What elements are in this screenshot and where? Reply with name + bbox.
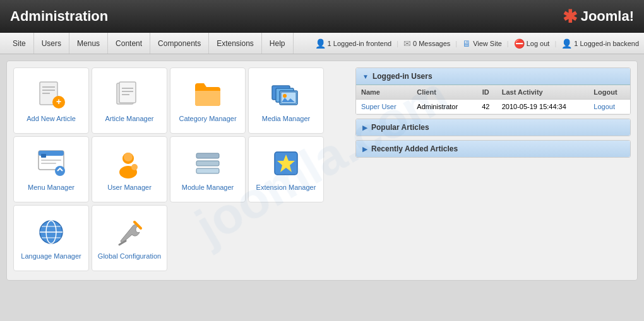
user-manager-button[interactable]: User Manager — [92, 136, 167, 202]
logout-link[interactable]: ⛔ Log out — [514, 38, 550, 49]
admin-title: Administration — [10, 8, 108, 25]
chevron-right-icon2: ▶ — [362, 146, 367, 153]
user-last-activity: 2010-05-19 15:44:34 — [497, 100, 589, 114]
navbar-right: 👤 1 Logged-in frontend | ✉ 0 Messages | … — [315, 38, 639, 49]
language-manager-button[interactable]: Language Manager — [13, 205, 89, 271]
col-last-activity: Last Activity — [497, 85, 589, 100]
category-manager-label: Category Manager — [179, 115, 236, 122]
logo-text: Joomla! — [581, 8, 634, 25]
recently-added-title: Recently Added Articles — [371, 144, 458, 153]
user-id: 42 — [475, 100, 497, 114]
logged-in-frontend[interactable]: 👤 1 Logged-in frontend — [315, 38, 392, 49]
svg-rect-26 — [196, 153, 219, 158]
menu-manager-icon — [36, 148, 66, 178]
user-frontend-icon: 👤 — [315, 38, 326, 49]
svg-text:+: + — [56, 96, 61, 107]
chevron-right-icon: ▶ — [362, 124, 367, 131]
header: Administration ✱ Joomla! — [0, 0, 644, 33]
user-logout: Logout — [588, 100, 630, 114]
col-name: Name — [356, 85, 412, 100]
category-manager-button[interactable]: Category Manager — [170, 67, 246, 134]
joomla-star-icon: ✱ — [563, 6, 577, 27]
user-name-link[interactable]: Super User — [361, 103, 397, 110]
logged-in-users-header[interactable]: ▼ Logged-in Users — [356, 68, 630, 85]
nav-help[interactable]: Help — [262, 33, 294, 54]
svg-point-25 — [131, 164, 138, 170]
media-manager-label: Media Manager — [262, 115, 310, 122]
media-manager-button[interactable]: Media Manager — [248, 67, 324, 134]
media-manager-icon — [271, 79, 301, 110]
logged-in-users-table: Name Client ID Last Activity Logout Supe… — [356, 85, 630, 114]
menu-manager-button[interactable]: Menu Manager — [13, 136, 89, 202]
icon-row-1: + Add New Article — [13, 67, 348, 134]
nav-extensions[interactable]: Extensions — [209, 33, 262, 54]
svg-rect-28 — [196, 168, 219, 173]
menu-manager-label: Menu Manager — [28, 184, 75, 191]
user-client: Administrator — [412, 100, 475, 114]
user-logout-link[interactable]: Logout — [593, 103, 615, 110]
extension-manager-icon — [271, 148, 301, 178]
col-id: ID — [475, 85, 497, 100]
article-manager-icon — [114, 79, 145, 110]
right-panel: ▼ Logged-in Users Name Client ID Last Ac… — [355, 67, 631, 274]
global-config-label: Global Configuration — [98, 252, 161, 260]
messages-link[interactable]: ✉ 0 Messages — [403, 38, 450, 49]
logged-in-frontend-label: 1 Logged-in frontend — [328, 40, 392, 47]
icon-row-2: Menu Manager User Manager — [13, 136, 348, 202]
module-manager-button[interactable]: Module Manager — [170, 136, 246, 202]
user-manager-label: User Manager — [107, 184, 152, 191]
language-manager-icon — [36, 217, 66, 247]
svg-rect-19 — [41, 160, 61, 161]
extension-manager-label: Extension Manager — [256, 184, 316, 191]
nav-site[interactable]: Site — [5, 33, 34, 54]
col-logout: Logout — [588, 85, 630, 100]
navbar: Site Users Menus Content Components Exte… — [0, 33, 644, 54]
user-manager-icon — [114, 148, 145, 178]
recently-added-header[interactable]: ▶ Recently Added Articles — [356, 141, 630, 157]
logged-in-backend[interactable]: 👤 1 Logged-in backend — [561, 38, 639, 49]
recently-added-panel: ▶ Recently Added Articles — [355, 140, 631, 158]
popular-articles-title: Popular Articles — [371, 123, 429, 132]
module-manager-icon — [193, 148, 223, 178]
nav-users[interactable]: Users — [34, 33, 69, 54]
chevron-down-icon: ▼ — [362, 73, 369, 80]
logged-in-backend-label: 1 Logged-in backend — [574, 40, 639, 47]
svg-rect-18 — [41, 154, 46, 158]
add-article-label: Add New Article — [27, 115, 76, 122]
icon-row-3: Language Manager Global Configuration — [13, 205, 348, 271]
nav-components[interactable]: Components — [150, 33, 209, 54]
logged-in-users-title: Logged-in Users — [373, 72, 432, 81]
svg-rect-7 — [119, 82, 136, 103]
article-manager-label: Article Manager — [105, 115, 153, 122]
view-site-icon: 🖥 — [462, 38, 471, 49]
nav-content[interactable]: Content — [108, 33, 150, 54]
global-config-icon — [114, 217, 145, 247]
extension-manager-button[interactable]: Extension Manager — [248, 136, 324, 202]
user-backend-icon: 👤 — [561, 38, 572, 49]
messages-label: 0 Messages — [413, 40, 450, 47]
popular-articles-header[interactable]: ▶ Popular Articles — [356, 119, 630, 136]
content-area: + Add New Article — [6, 61, 638, 281]
category-manager-icon — [193, 79, 223, 110]
language-manager-label: Language Manager — [21, 252, 81, 260]
popular-articles-panel: ▶ Popular Articles — [355, 119, 631, 136]
svg-point-15 — [283, 94, 287, 98]
svg-rect-20 — [41, 163, 56, 164]
table-row: Super User Administrator 42 2010-05-19 1… — [356, 100, 630, 114]
article-manager-button[interactable]: Article Manager — [92, 67, 167, 134]
add-article-icon: + — [36, 79, 66, 110]
svg-point-23 — [124, 153, 133, 161]
view-site-label: View Site — [473, 40, 502, 47]
user-name: Super User — [356, 100, 412, 114]
view-site-link[interactable]: 🖥 View Site — [462, 38, 502, 49]
add-new-article-button[interactable]: + Add New Article — [13, 67, 89, 134]
icon-grid: + Add New Article — [13, 67, 348, 274]
message-icon: ✉ — [403, 38, 411, 49]
logout-label: Log out — [527, 40, 550, 47]
logged-in-users-panel: ▼ Logged-in Users Name Client ID Last Ac… — [355, 67, 631, 115]
global-config-button[interactable]: Global Configuration — [92, 205, 167, 271]
nav-menus[interactable]: Menus — [69, 33, 108, 54]
module-manager-label: Module Manager — [182, 184, 234, 191]
joomla-logo: ✱ Joomla! — [563, 6, 634, 27]
logout-icon: ⛔ — [514, 38, 525, 49]
